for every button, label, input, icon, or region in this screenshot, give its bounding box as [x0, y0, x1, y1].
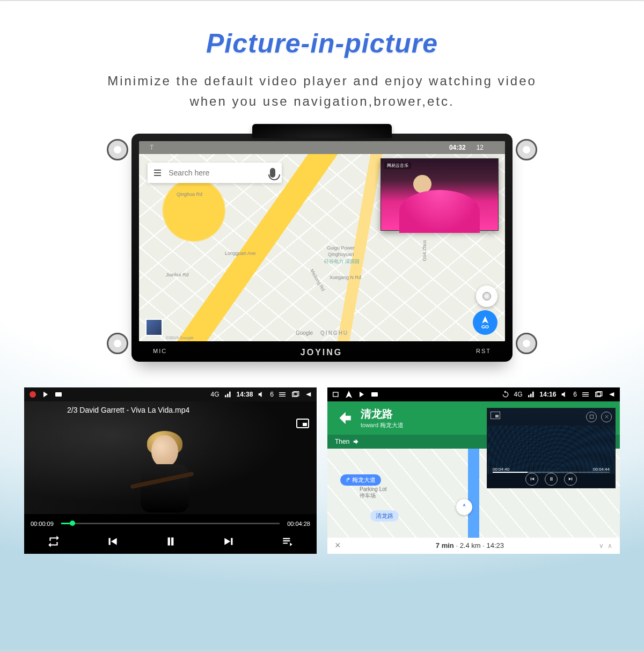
- recents-icon[interactable]: [291, 390, 299, 399]
- route-chip: ↱ 梅龙大道: [340, 474, 381, 486]
- route-chip: 清龙路: [370, 510, 399, 522]
- network-label: 4G: [514, 391, 523, 398]
- card-icon: [370, 390, 379, 399]
- signal-icon: [224, 390, 232, 399]
- netease-icon: [28, 390, 37, 399]
- eta-info: 7 min · 2.4 km · 14:23: [349, 541, 591, 550]
- hamburger-icon[interactable]: [154, 170, 161, 176]
- turn-right-icon: [353, 438, 360, 445]
- map-search-bar[interactable]: [148, 163, 282, 183]
- page-divider: [0, 650, 644, 651]
- video-progress[interactable]: 00:00:09 00:04:28: [31, 521, 310, 527]
- recenter-button[interactable]: [456, 499, 472, 515]
- battery-label: 6: [270, 391, 274, 398]
- android-status-bar: T 04:32 12: [139, 141, 505, 154]
- svg-rect-12: [590, 415, 593, 419]
- android-status-bar: 4G 14:38 6: [24, 387, 317, 401]
- signal-icon: [527, 390, 536, 399]
- map-logo: Google QINGHU: [296, 330, 348, 336]
- head-unit-device: Qinghua Rd Jianhui Rd Guigu Power Qinghu…: [131, 134, 513, 362]
- recents-icon: [332, 390, 340, 399]
- recents-icon[interactable]: [594, 390, 603, 399]
- back-icon[interactable]: [607, 390, 616, 399]
- map-label: G94 Zhus: [422, 240, 427, 261]
- back-icon[interactable]: [304, 390, 312, 399]
- volume-icon: [257, 390, 266, 399]
- close-nav-icon[interactable]: ×: [335, 540, 341, 551]
- mount-tab: [107, 139, 128, 160]
- pip-window[interactable]: 网易云音乐: [380, 158, 499, 231]
- device-screen: Qinghua Rd Jianhui Rd Guigu Power Qinghu…: [139, 141, 505, 341]
- next-icon[interactable]: [222, 534, 236, 548]
- nav-bottom-bar: × 7 min · 2.4 km · 14:23 ∨ ∧: [327, 538, 620, 554]
- elapsed-time: 00:00:09: [31, 521, 54, 527]
- play-icon: [357, 390, 366, 399]
- mount-tab: [107, 333, 128, 354]
- pip-window[interactable]: 00:04:40 00:04:44: [487, 408, 616, 488]
- turn-left-icon: [335, 409, 353, 427]
- player-controls: [24, 529, 317, 554]
- status-time: 04:32: [449, 144, 466, 151]
- navigation-screenshot: 4G 14:16 6 清龙路 toward 梅龙大道 Then: [327, 387, 620, 554]
- sync-icon: [501, 390, 510, 399]
- toward-label: toward 梅龙大道: [361, 421, 404, 429]
- battery-label: 6: [573, 391, 577, 398]
- violinist-illustration: [135, 435, 194, 516]
- card-icon: [54, 390, 63, 399]
- reset-label: RST: [476, 348, 491, 357]
- map-label: Meilong Rd: [309, 268, 326, 292]
- map-label: Xuegang N Rd: [330, 275, 361, 280]
- prev-icon[interactable]: [105, 534, 119, 548]
- menu-icon[interactable]: [278, 390, 287, 399]
- svg-rect-5: [55, 392, 62, 397]
- time-label: 14:38: [237, 391, 253, 398]
- status-battery: 12: [477, 144, 484, 151]
- pip-total: 00:04:44: [593, 467, 610, 472]
- play-icon: [41, 390, 50, 399]
- pause-icon[interactable]: [164, 534, 178, 548]
- assistive-touch-button[interactable]: [476, 285, 497, 307]
- pip-expand-icon[interactable]: [586, 412, 597, 422]
- svg-point-4: [30, 391, 36, 398]
- map-label: Jianhui Rd: [166, 272, 189, 277]
- video-player-screenshot: 4G 14:38 6 2/3 David Garrett - Viva La V…: [24, 387, 317, 554]
- map-label: Guigu Power: [327, 245, 355, 251]
- map-label: Qinghua Rd: [177, 192, 202, 197]
- page-title: Picture-in-picture: [0, 28, 644, 59]
- time-label: 14:16: [540, 391, 557, 398]
- svg-rect-8: [333, 392, 338, 397]
- navigate-icon: [481, 316, 489, 324]
- page-subtitle: Minimize the default video player and en…: [75, 71, 569, 112]
- menu-icon[interactable]: [581, 390, 590, 399]
- pip-close-icon[interactable]: [601, 412, 612, 422]
- device-brand: JOYING: [301, 348, 342, 357]
- pip-pause-icon[interactable]: [545, 473, 558, 486]
- app-letter: T: [150, 144, 153, 151]
- playlist-icon[interactable]: [281, 534, 295, 548]
- total-time: 00:04:28: [287, 521, 310, 527]
- mic-icon[interactable]: [270, 168, 275, 178]
- nav-icon: [345, 390, 353, 399]
- video-title: 2/3 David Garrett - Viva La Vida.mp4: [24, 400, 189, 414]
- expand-eta-icon[interactable]: ∨ ∧: [599, 542, 612, 550]
- repeat-icon[interactable]: [47, 534, 61, 548]
- map-label: Longguan Ave: [225, 251, 255, 256]
- current-road: 清龙路: [361, 407, 404, 421]
- pip-next-icon[interactable]: [564, 473, 577, 486]
- svg-rect-9: [371, 392, 378, 397]
- android-status-bar: 4G 14:16 6: [327, 387, 620, 401]
- go-button[interactable]: GO: [473, 310, 497, 335]
- pip-mode-icon: [491, 412, 500, 419]
- video-frame[interactable]: [24, 401, 317, 514]
- network-label: 4G: [211, 391, 219, 398]
- map-layer-thumb[interactable]: [145, 319, 163, 336]
- search-input[interactable]: [169, 169, 262, 177]
- map-label: Qinghuyuan: [328, 252, 354, 257]
- mount-tab: [516, 139, 537, 160]
- enter-pip-icon[interactable]: [296, 419, 309, 428]
- pip-prev-icon[interactable]: [525, 473, 538, 486]
- map-credit: ©2019 Google: [166, 335, 194, 340]
- progress-bar[interactable]: [61, 523, 280, 524]
- map-label: 硅谷电力 清源园: [324, 258, 360, 265]
- mount-tab: [516, 333, 537, 354]
